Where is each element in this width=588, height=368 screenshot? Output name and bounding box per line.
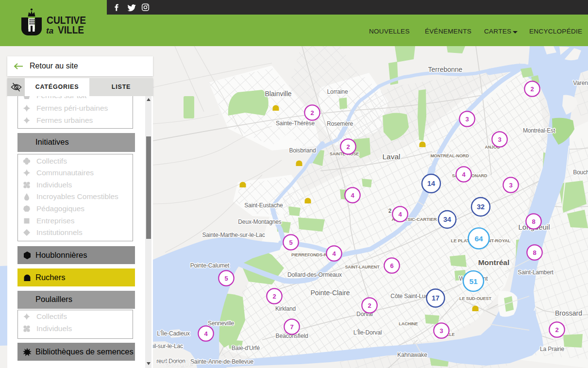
svg-text:Brossard: Brossard xyxy=(555,309,582,317)
svg-text:2: 2 xyxy=(530,85,534,93)
svg-text:17: 17 xyxy=(432,294,439,302)
svg-text:4: 4 xyxy=(204,330,208,337)
svg-text:Varennes: Varennes xyxy=(573,80,588,86)
svg-text:32: 32 xyxy=(477,203,485,211)
svg-text:Lorraine: Lorraine xyxy=(327,88,348,95)
svg-text:Sainte-Marthe-sur-le-Lac: Sainte-Marthe-sur-le-Lac xyxy=(202,232,265,238)
svg-text:Rosemère: Rosemère xyxy=(327,120,353,127)
svg-text:Sainte-Thérèse: Sainte-Thérèse xyxy=(276,120,315,127)
svg-text:3: 3 xyxy=(509,182,512,189)
svg-text:2: 2 xyxy=(310,109,314,117)
svg-text:L'Île-Dorval: L'Île-Dorval xyxy=(353,329,382,336)
svg-text:2: 2 xyxy=(368,302,371,309)
svg-text:6: 6 xyxy=(390,262,393,269)
svg-text:14: 14 xyxy=(427,180,435,187)
svg-text:L'Île-Cadieux: L'Île-Cadieux xyxy=(157,330,190,337)
svg-text:Pointe-Claire: Pointe-Claire xyxy=(311,289,350,297)
svg-text:Pointe-Calumet: Pointe-Calumet xyxy=(190,262,230,269)
svg-text:Boucherville: Boucherville xyxy=(573,169,588,176)
svg-text:5: 5 xyxy=(224,275,228,282)
svg-text:3: 3 xyxy=(439,327,443,335)
svg-text:MONTRÉAL-NORD: MONTRÉAL-NORD xyxy=(430,153,469,158)
svg-text:51: 51 xyxy=(469,277,478,285)
svg-text:Laval: Laval xyxy=(382,152,400,161)
svg-text:3: 3 xyxy=(498,136,501,143)
svg-text:8: 8 xyxy=(532,218,535,225)
svg-text:2: 2 xyxy=(346,143,350,151)
svg-text:Montréal-Est: Montréal-Est xyxy=(523,127,555,134)
svg-text:Google: Google xyxy=(164,360,193,368)
svg-text:Kahnawake: Kahnawake xyxy=(397,351,427,358)
svg-text:2: 2 xyxy=(272,293,276,300)
svg-text:2: 2 xyxy=(555,326,558,334)
svg-text:Boisbriand: Boisbriand xyxy=(289,147,316,154)
svg-text:5: 5 xyxy=(289,239,292,246)
svg-text:2: 2 xyxy=(388,208,391,214)
svg-text:4: 4 xyxy=(398,211,402,218)
svg-text:Dollard-des-Ormeaux: Dollard-des-Ormeaux xyxy=(287,271,342,278)
svg-text:SAINT-LAURENT: SAINT-LAURENT xyxy=(345,265,380,269)
svg-text:Montréal: Montréal xyxy=(478,258,510,267)
svg-text:Saint-Lambert: Saint-Lambert xyxy=(518,269,554,276)
svg-text:34: 34 xyxy=(443,216,451,223)
svg-text:7: 7 xyxy=(290,323,293,331)
svg-text:Deux-Montagnes: Deux-Montagnes xyxy=(238,218,281,225)
svg-text:4: 4 xyxy=(462,171,466,178)
svg-text:Sainte-Anne-de-Bellevue: Sainte-Anne-de-Bellevue xyxy=(190,358,253,365)
svg-text:Côte Saint-Luc: Côte Saint-Luc xyxy=(390,293,428,300)
svg-text:64: 64 xyxy=(474,234,483,243)
svg-text:4: 4 xyxy=(332,250,336,257)
svg-text:3: 3 xyxy=(465,116,469,123)
svg-text:4: 4 xyxy=(351,192,354,199)
svg-text:Saint-Eustache: Saint-Eustache xyxy=(244,202,283,209)
svg-text:Blainville: Blainville xyxy=(265,90,291,98)
svg-text:Kirkland: Kirkland xyxy=(275,305,296,312)
svg-text:Terrebonne: Terrebonne xyxy=(428,66,463,73)
svg-text:La Prairie: La Prairie xyxy=(540,346,564,352)
svg-text:Senneville: Senneville xyxy=(208,320,234,327)
svg-text:Baie-d'Urfé: Baie-d'Urfé xyxy=(232,345,260,351)
svg-text:8: 8 xyxy=(533,249,536,256)
svg-text:LACHINE: LACHINE xyxy=(399,321,418,326)
svg-text:LE SUD-OUEST: LE SUD-OUEST xyxy=(459,296,491,301)
